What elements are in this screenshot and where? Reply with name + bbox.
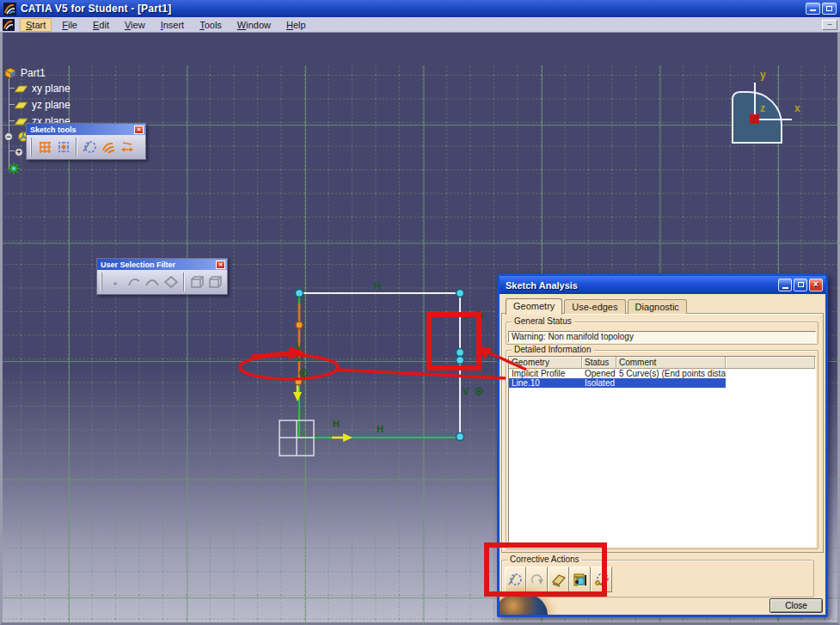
column-status[interactable]: Status: [582, 357, 616, 369]
tree-item-yz-plane[interactable]: yz plane: [14, 99, 71, 111]
toolbar-grip[interactable]: [101, 273, 102, 291]
dialog-maximize-button[interactable]: [794, 279, 807, 291]
corrective-actions-group: Corrective Actions: [501, 560, 814, 597]
dimensional-constraints-button[interactable]: [118, 137, 137, 157]
toolbar-grip[interactable]: [30, 138, 32, 156]
menu-item-view[interactable]: View: [120, 19, 150, 31]
window-restore-button[interactable]: [822, 3, 837, 15]
point-filter-button[interactable]: [106, 272, 125, 292]
menu-item-window[interactable]: Window: [232, 19, 276, 31]
construction-element-icon: [82, 139, 97, 155]
point-filter-icon: [107, 274, 123, 290]
window-minimize-button[interactable]: [806, 3, 820, 15]
tree-item-label: Part1: [21, 67, 46, 79]
curve-filter-button[interactable]: [125, 272, 144, 292]
surface-filter-icon: [144, 274, 160, 290]
volume-filter-icon: [207, 274, 223, 290]
geometrical-constraints-button[interactable]: [99, 137, 118, 157]
detailed-information-group: Detailed Information Geometry Status Com…: [506, 350, 819, 549]
sketch-tools-titlebar[interactable]: Sketch tools ×: [27, 124, 145, 135]
snap-to-point-icon: [56, 139, 71, 155]
table-row-selected[interactable]: Line.10 Isolated: [509, 378, 815, 388]
menu-item-edit[interactable]: Edit: [88, 19, 114, 31]
plane-icon: [14, 83, 28, 94]
tree-item-label: yz plane: [32, 99, 71, 111]
dialog-close-icon[interactable]: ×: [809, 279, 823, 291]
specification-tree: Part1 xy plane yz plane zx plane −: [0, 33, 241, 205]
erase-geometry-button[interactable]: [548, 567, 569, 592]
column-blank: [726, 357, 815, 369]
tree-item-label: xy plane: [32, 83, 71, 95]
menu-item-file[interactable]: File: [57, 19, 83, 31]
tab-geometry[interactable]: Geometry: [506, 298, 562, 315]
tree-item-partbody[interactable]: [7, 162, 21, 175]
close-icon[interactable]: ×: [216, 260, 225, 269]
expand-expander-icon[interactable]: +: [15, 148, 23, 156]
dialog-minimize-button[interactable]: [778, 279, 792, 291]
dialog-tabs: Geometry Use-edges Diagnostic: [506, 298, 689, 314]
user-selection-filter-toolbar[interactable]: User Selection Filter ×: [96, 258, 228, 295]
general-status-field: Warning: Non manifold topology: [508, 331, 816, 343]
table-header-row[interactable]: Geometry Status Comment: [509, 357, 815, 369]
close-button[interactable]: Close: [769, 598, 823, 613]
sketch-tools-title: Sketch tools: [30, 126, 77, 134]
plane-icon: [14, 100, 28, 110]
window-title: CATIA V5 for Student - [Part1]: [21, 3, 171, 15]
cell-status[interactable]: Isolated: [582, 378, 616, 388]
close-profile-icon: [529, 572, 545, 588]
table-row[interactable]: Implicit Profile Opened 5 Curve(s) (End …: [509, 369, 815, 378]
set-as-output-button[interactable]: [591, 567, 612, 592]
close-icon[interactable]: ×: [134, 126, 144, 134]
surface-filter-button[interactable]: [143, 272, 162, 292]
document-minimize-button[interactable]: –: [822, 20, 837, 30]
tab-diagnostic[interactable]: Diagnostic: [628, 299, 687, 314]
sketch-analysis-dialog[interactable]: Sketch Analysis × Geometry Use-edges Dia…: [497, 273, 828, 617]
detailed-information-label: Detailed Information: [512, 345, 594, 354]
cell-geometry[interactable]: Implicit Profile: [509, 369, 582, 378]
corrective-actions-label: Corrective Actions: [507, 555, 582, 564]
create-construction-elements-button[interactable]: [505, 567, 526, 592]
close-opened-profile-button[interactable]: [526, 567, 548, 592]
menu-bar: Start File Edit View Insert Tools Window…: [0, 17, 840, 33]
dialog-title: Sketch Analysis: [506, 280, 578, 291]
column-geometry[interactable]: Geometry: [509, 357, 582, 369]
construction-element-button[interactable]: [80, 137, 99, 157]
collapse-expander-icon[interactable]: −: [4, 132, 13, 141]
tree-item-xy-plane[interactable]: xy plane: [14, 83, 71, 95]
cell-status[interactable]: Opened: [582, 369, 616, 378]
volume-filter-button-1[interactable]: [187, 272, 206, 292]
cell-geometry[interactable]: Line.10: [509, 378, 582, 388]
construction-elements-icon: [507, 572, 524, 588]
tab-use-edges[interactable]: Use-edges: [564, 299, 625, 314]
title-bar: CATIA V5 for Student - [Part1]: [0, 0, 840, 17]
catia-window: CATIA V5 for Student - [Part1] Start Fil…: [0, 0, 840, 625]
menu-item-start[interactable]: Start: [20, 18, 52, 32]
snap-to-point-button[interactable]: [54, 137, 73, 157]
break-and-isolate-button[interactable]: [569, 567, 591, 592]
menu-item-help[interactable]: Help: [281, 19, 311, 31]
menu-item-tools[interactable]: Tools: [194, 19, 227, 31]
geometry-tab-panel: General Status Warning: Non manifold top…: [501, 313, 824, 553]
cell-comment[interactable]: [616, 378, 726, 388]
selection-filter-titlebar[interactable]: User Selection Filter ×: [97, 259, 227, 270]
selection-filter-title: User Selection Filter: [101, 260, 175, 269]
grid-button[interactable]: [35, 137, 54, 157]
cell-comment[interactable]: 5 Curve(s) (End points dista...: [616, 369, 726, 378]
sketch-tools-toolbar[interactable]: Sketch tools ×: [26, 123, 146, 160]
catia-logo-icon: [3, 3, 16, 15]
grid-icon: [37, 139, 52, 155]
dashed-profile-icon: [593, 572, 610, 588]
face-filter-icon: [163, 274, 179, 290]
volume-filter-button-2[interactable]: [205, 272, 224, 292]
general-status-group: General Status Warning: Non manifold top…: [506, 322, 819, 345]
menu-item-insert[interactable]: Insert: [156, 19, 190, 31]
analysis-table[interactable]: Geometry Status Comment Implicit Profile…: [508, 356, 816, 547]
column-comment[interactable]: Comment: [616, 357, 726, 369]
dialog-titlebar[interactable]: Sketch Analysis ×: [500, 276, 825, 294]
volume-filter-icon: [189, 274, 205, 290]
geometrical-constraints-icon: [101, 139, 116, 155]
face-filter-button[interactable]: [162, 272, 181, 292]
part-icon: [3, 66, 17, 80]
tree-item-part1[interactable]: Part1: [3, 66, 46, 80]
corrective-actions-buttons: [505, 567, 612, 592]
